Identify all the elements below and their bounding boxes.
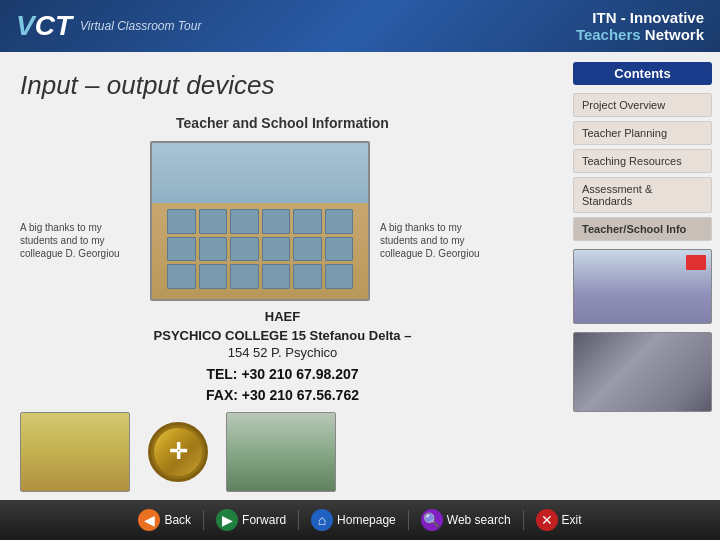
websearch-button[interactable]: 🔍 Web search <box>409 503 523 537</box>
contents-banner: Contents <box>573 62 712 85</box>
exit-icon: ✕ <box>536 509 558 531</box>
window-pane <box>167 209 196 234</box>
back-button[interactable]: ◀ Back <box>126 503 203 537</box>
contact-info: TEL: +30 210 67.98.207 FAX: +30 210 67.5… <box>20 364 545 406</box>
content-area: Input – output devices Teacher and Schoo… <box>0 52 565 540</box>
sidebar-item-label: Teacher Planning <box>582 127 667 139</box>
sidebar-item-project-overview[interactable]: Project Overview <box>573 93 712 117</box>
search-icon: 🔍 <box>421 509 443 531</box>
window-pane <box>325 237 354 262</box>
main-content: Input – output devices Teacher and Schoo… <box>0 52 720 540</box>
homepage-button[interactable]: ⌂ Homepage <box>299 503 408 537</box>
header: VCT Virtual Classroom Tour ITN - Innovat… <box>0 0 720 52</box>
fax-text: FAX: +30 210 67.56.762 <box>20 385 545 406</box>
emblem-area: ✛ <box>138 412 218 492</box>
window-pane <box>230 264 259 289</box>
back-label: Back <box>164 513 191 527</box>
emblem-inner: ✛ <box>154 428 203 477</box>
thanks-right: A big thanks to my students and to my co… <box>380 141 500 260</box>
homepage-icon: ⌂ <box>311 509 333 531</box>
sidebar-item-label: Teacher/School Info <box>582 223 686 235</box>
sidebar-item-label: Assessment & Standards <box>582 183 652 207</box>
teacher-school-label: Teacher and School Information <box>20 115 545 131</box>
school-emblem: ✛ <box>148 422 208 482</box>
window-pane <box>199 237 228 262</box>
forward-label: Forward <box>242 513 286 527</box>
window-pane <box>199 264 228 289</box>
window-pane <box>293 264 322 289</box>
window-pane <box>230 237 259 262</box>
window-pane <box>293 237 322 262</box>
sidebar-image-1 <box>573 249 712 324</box>
window-pane <box>199 209 228 234</box>
psychico-line1: PSYCHICO COLLEGE 15 Stefanou Delta – <box>20 328 545 343</box>
sidebar-item-teaching-resources[interactable]: Teaching Resources <box>573 149 712 173</box>
window-pane <box>293 209 322 234</box>
window-pane <box>262 209 291 234</box>
logo-area: VCT Virtual Classroom Tour <box>16 10 201 42</box>
itn-teachers: Teachers Network <box>576 26 704 43</box>
exit-button[interactable]: ✕ Exit <box>524 503 594 537</box>
sidebar-item-teacher-school[interactable]: Teacher/School Info <box>573 217 712 241</box>
itn-label: ITN - Innovative <box>576 9 704 26</box>
bottom-image-2 <box>226 412 336 492</box>
sidebar-item-teacher-planning[interactable]: Teacher Planning <box>573 121 712 145</box>
emblem-cross: ✛ <box>169 439 187 465</box>
thanks-left: A big thanks to my students and to my co… <box>20 141 140 260</box>
window-pane <box>167 264 196 289</box>
window-pane <box>262 264 291 289</box>
center-image-area: A big thanks to my students and to my co… <box>20 141 545 301</box>
sidebar-item-label: Project Overview <box>582 99 665 111</box>
sidebar-image-2 <box>573 332 712 412</box>
building-image <box>150 141 370 301</box>
tel-text: TEL: +30 210 67.98.207 <box>20 364 545 385</box>
websearch-label: Web search <box>447 513 511 527</box>
forward-button[interactable]: ▶ Forward <box>204 503 298 537</box>
bottom-images: ✛ <box>20 412 545 492</box>
window-pane <box>325 209 354 234</box>
footer-nav: ◀ Back ▶ Forward ⌂ Homepage 🔍 Web search… <box>0 500 720 540</box>
psychico-line2: 154 52 P. Psychico <box>20 345 545 360</box>
page-title: Input – output devices <box>20 70 545 101</box>
bottom-image-1 <box>20 412 130 492</box>
sidebar: Contents Project Overview Teacher Planni… <box>565 52 720 540</box>
teacher-school-section: Teacher and School Information <box>20 115 545 131</box>
exit-label: Exit <box>562 513 582 527</box>
forward-icon: ▶ <box>216 509 238 531</box>
haef-text: HAEF <box>20 309 545 324</box>
itn-branding: ITN - Innovative Teachers Network <box>576 9 704 43</box>
window-pane <box>262 237 291 262</box>
window-pane <box>167 237 196 262</box>
vct-subtitle: Virtual Classroom Tour <box>80 19 201 33</box>
sidebar-item-label: Teaching Resources <box>582 155 682 167</box>
window-pane <box>230 209 259 234</box>
sidebar-item-assessment[interactable]: Assessment & Standards <box>573 177 712 213</box>
window-pane <box>325 264 354 289</box>
homepage-label: Homepage <box>337 513 396 527</box>
back-icon: ◀ <box>138 509 160 531</box>
vct-logo: VCT <box>16 10 72 42</box>
building-windows <box>167 209 353 289</box>
